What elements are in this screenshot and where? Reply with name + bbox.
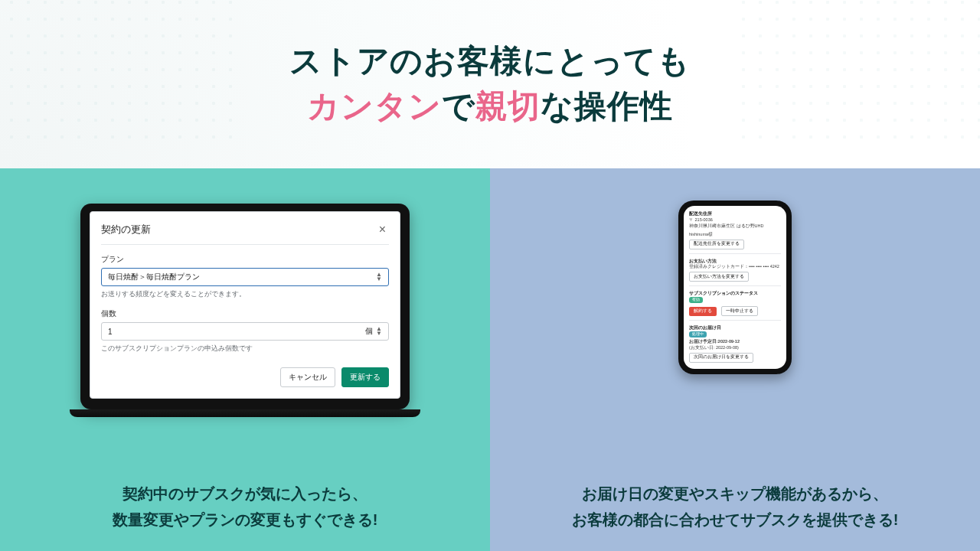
hero: ストアのお客様にとっても カンタンで親切な操作性 xyxy=(0,0,980,168)
hero-accent-2: 親切 xyxy=(475,88,541,124)
panel-left: 契約の更新 × プラン 毎日焼酎＞毎日焼酎プラン ▲▼ お送りする頻度などを変え… xyxy=(0,168,490,551)
pause-subscription-button[interactable]: 一時中止する xyxy=(721,306,758,316)
chevron-updown-icon: ▲▼ xyxy=(376,272,382,282)
hero-end: な操作性 xyxy=(541,88,672,124)
panel-right: 配送先住所 〒 215-0036 神奈川県川崎市麻生区 はるひ野UHD hish… xyxy=(490,168,980,551)
panel-left-cap2: 数量変更やプランの変更もすぐできる! xyxy=(113,511,378,528)
addr-title: 配送先住所 xyxy=(689,210,781,217)
change-payment-button[interactable]: お支払い方法を変更する xyxy=(689,272,749,282)
phone-mock: 配送先住所 〒 215-0036 神奈川県川崎市麻生区 はるひ野UHD hish… xyxy=(678,201,792,374)
change-delivery-date-button[interactable]: 次回のお届け日を変更する xyxy=(689,353,753,363)
cancel-button[interactable]: キャンセル xyxy=(280,367,335,387)
plan-select[interactable]: 毎日焼酎＞毎日焼酎プラン ▲▼ xyxy=(101,268,389,286)
plan-label: プラン xyxy=(101,254,389,265)
status-title: サブスクリプションのステータス xyxy=(689,290,781,297)
qty-unit: 個 xyxy=(365,326,373,337)
qty-label: 個数 xyxy=(101,308,389,319)
addr-zip: 〒 215-0036 xyxy=(689,217,781,223)
cancel-subscription-button[interactable]: 解約する xyxy=(689,307,717,316)
hero-accent-1: カンタン xyxy=(307,88,441,124)
addr-line: 神奈川県川崎市麻生区 はるひ野UHD xyxy=(689,223,781,230)
panel-left-cap1: 契約中のサブスクが気に入ったら、 xyxy=(122,485,368,502)
section-payment: お支払い方法 登録済みクレジットカード：•••• •••• •••• 4242 … xyxy=(689,253,781,282)
qty-help: このサブスクリプションプランの申込み個数です xyxy=(101,344,389,354)
pay-line: 登録済みクレジットカード：•••• •••• •••• 4242 xyxy=(689,264,781,270)
laptop-base xyxy=(70,409,420,417)
panel-right-cap2: お客様の都合に合わせてサブスクを提供できる! xyxy=(572,511,899,528)
next-date: お届け予定日:2022-09-12 xyxy=(689,339,781,345)
plan-select-value: 毎日焼酎＞毎日焼酎プラン xyxy=(108,272,200,282)
close-icon[interactable]: × xyxy=(376,221,389,238)
next-status-badge: 処理中 xyxy=(689,331,707,337)
quantity-stepper[interactable]: 1 個 ▲▼ xyxy=(101,322,389,341)
section-next-delivery: 次回のお届け日 処理中 お届け予定日:2022-09-12 (お支払い日: 20… xyxy=(689,320,781,363)
hero-mid: で xyxy=(442,88,475,124)
stepper-updown-icon: ▲▼ xyxy=(376,327,382,336)
update-button[interactable]: 更新する xyxy=(341,367,389,387)
laptop-mock: 契約の更新 × プラン 毎日焼酎＞毎日焼酎プラン ▲▼ お送りする頻度などを変え… xyxy=(80,204,410,417)
next-title: 次回のお届け日 xyxy=(689,324,781,331)
panel-right-caption: お届け日の変更やスキップ機能があるから、 お客様の都合に合わせてサブスクを提供で… xyxy=(490,481,980,533)
section-status: サブスクリプションのステータス 有効 解約する 一時中止する xyxy=(689,285,781,316)
panel-right-cap1: お届け日の変更やスキップ機能があるから、 xyxy=(582,485,888,502)
modal-update-contract: 契約の更新 × プラン 毎日焼酎＞毎日焼酎プラン ▲▼ お送りする頻度などを変え… xyxy=(90,211,400,399)
pay-title: お支払い方法 xyxy=(689,258,781,265)
hero-line1: ストアのお客様にとっても xyxy=(289,43,691,79)
addr-name: hishinuma様 xyxy=(689,232,781,238)
modal-title: 契約の更新 xyxy=(101,223,151,236)
next-paydate: (お支払い日: 2022-09-08) xyxy=(689,345,781,351)
section-shipping-address: 配送先住所 〒 215-0036 神奈川県川崎市麻生区 はるひ野UHD hish… xyxy=(689,210,781,249)
hero-headline: ストアのお客様にとっても カンタンで親切な操作性 xyxy=(289,39,691,129)
change-address-button[interactable]: 配送先住所を変更する xyxy=(689,240,744,249)
qty-value: 1 xyxy=(108,328,113,336)
status-badge: 有効 xyxy=(689,297,703,303)
panel-left-caption: 契約中のサブスクが気に入ったら、 数量変更やプランの変更もすぐできる! xyxy=(0,481,490,533)
plan-help: お送りする頻度などを変えることができます。 xyxy=(101,289,389,299)
